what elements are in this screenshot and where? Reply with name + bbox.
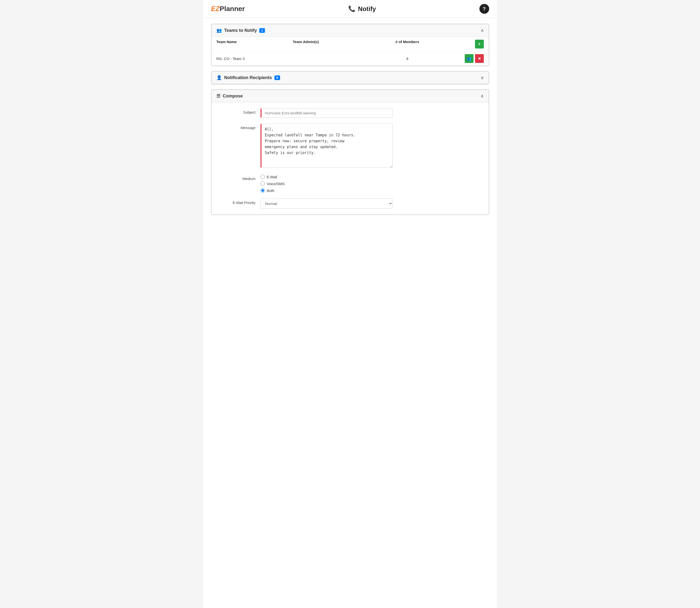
col-members: # of Members: [369, 40, 446, 49]
col-team-admin: Team Admin(s): [293, 40, 369, 49]
remove-team-button[interactable]: ✕: [475, 54, 484, 63]
priority-select[interactable]: Normal High Low: [261, 198, 393, 209]
teams-table-header: Team Name Team Admin(s) # of Members +: [211, 37, 489, 52]
main-content: 👥 Teams to Notify 1 ∧ Team Name Team Adm…: [203, 18, 497, 221]
compose-panel: ☰ Compose ∧ Subject Message All,: [211, 89, 489, 215]
priority-row: E-Mail Priority Normal High Low: [221, 198, 479, 209]
message-label: Message: [221, 124, 256, 130]
add-team-button-cell: +: [446, 40, 484, 49]
table-row: RG: CO - Team 3 9 👥 ✕: [211, 52, 489, 65]
compose-panel-header-left: ☰ Compose: [216, 93, 243, 99]
compose-panel-header[interactable]: ☰ Compose ∧: [211, 90, 489, 102]
users-icon: 👥: [216, 28, 222, 33]
message-row: Message All, Expected landfall near Tamp…: [221, 124, 479, 169]
subject-wrapper: [261, 108, 479, 118]
medium-radio-email[interactable]: [261, 175, 265, 179]
recipients-panel: 👤 Notification Recipients 9 ∨: [211, 71, 489, 84]
teams-panel-title: Teams to Notify: [224, 28, 257, 33]
phone-icon: 📞: [348, 5, 356, 12]
medium-voice-sms-label: Voice/SMS: [267, 182, 285, 186]
view-team-icon: 👥: [467, 56, 472, 61]
logo-ez: EZ: [211, 5, 220, 13]
medium-both-label: Both: [267, 189, 275, 193]
logo: EZ Planner: [211, 5, 245, 13]
col-team-name: Team Name: [216, 40, 293, 49]
priority-wrapper: Normal High Low: [261, 198, 479, 209]
add-team-button[interactable]: +: [475, 40, 484, 49]
person-icon: 👤: [216, 75, 222, 80]
teams-panel: 👥 Teams to Notify 1 ∧ Team Name Team Adm…: [211, 24, 489, 66]
teams-badge: 1: [259, 28, 265, 33]
team-members-cell: 9: [369, 57, 446, 61]
remove-team-icon: ✕: [478, 56, 481, 61]
page-title: Notify: [358, 5, 376, 13]
view-team-button[interactable]: 👥: [465, 54, 474, 63]
subject-label: Subject: [221, 108, 256, 114]
medium-email-label: E-Mail: [267, 175, 278, 179]
subject-row: Subject: [221, 108, 479, 118]
medium-option-email[interactable]: E-Mail: [261, 175, 479, 179]
medium-option-voice-sms[interactable]: Voice/SMS: [261, 182, 479, 186]
app-container: EZ Planner 📞 Notify ? 👥 Teams to Notify …: [203, 0, 497, 608]
compose-chevron: ∧: [480, 93, 484, 99]
medium-radio-voice-sms[interactable]: [261, 182, 265, 186]
compose-icon: ☰: [216, 93, 220, 99]
team-name-cell: RG: CO - Team 3: [216, 57, 293, 61]
compose-body: Subject Message All, Expected landfall n…: [211, 102, 489, 214]
teams-chevron: ∧: [480, 28, 484, 33]
medium-option-both[interactable]: Both: [261, 188, 479, 193]
medium-label: Medium: [221, 175, 256, 181]
help-button[interactable]: ?: [479, 4, 489, 14]
header: EZ Planner 📞 Notify ?: [203, 0, 497, 18]
medium-row: Medium E-Mail Voice/SMS Both: [221, 175, 479, 193]
medium-radio-both[interactable]: [261, 188, 265, 193]
recipients-panel-title: Notification Recipients: [224, 75, 272, 80]
recipients-badge: 9: [275, 75, 280, 80]
compose-panel-title: Compose: [223, 94, 243, 99]
teams-panel-header[interactable]: 👥 Teams to Notify 1 ∧: [211, 24, 489, 37]
message-wrapper: All, Expected landfall near Tampa in 72 …: [261, 124, 479, 169]
logo-planner: Planner: [220, 5, 245, 13]
team-members: 9: [406, 57, 408, 61]
recipients-panel-header-left: 👤 Notification Recipients 9: [216, 75, 280, 80]
teams-panel-header-left: 👥 Teams to Notify 1: [216, 28, 265, 33]
header-title: 📞 Notify: [348, 5, 376, 13]
recipients-chevron: ∨: [480, 75, 484, 80]
recipients-panel-header[interactable]: 👤 Notification Recipients 9 ∨: [211, 72, 489, 84]
priority-label: E-Mail Priority: [221, 198, 256, 205]
subject-input[interactable]: [261, 108, 393, 118]
team-name: RG: CO - Team 3: [216, 57, 245, 61]
team-actions-cell: 👥 ✕: [446, 54, 484, 63]
message-textarea[interactable]: All, Expected landfall near Tampa in 72 …: [261, 124, 393, 168]
medium-options: E-Mail Voice/SMS Both: [261, 175, 479, 193]
